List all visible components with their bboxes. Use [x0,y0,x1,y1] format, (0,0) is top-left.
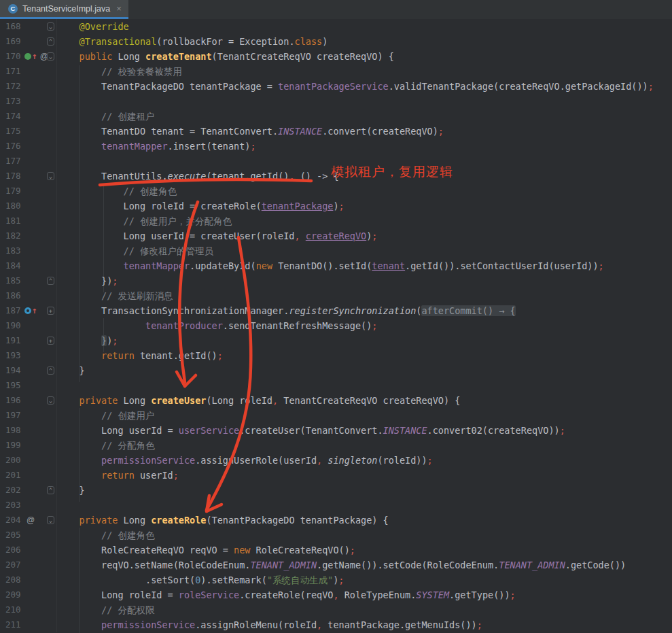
gutter[interactable]: 170↑@⌄ [0,49,57,64]
code-line[interactable]: 209 Long roleId = roleService.createRole… [0,587,672,602]
code-line-content[interactable]: private Long createUser(Long roleId, Ten… [57,393,460,408]
line-number[interactable]: 173 [5,94,21,109]
red-up-arrow-icon[interactable]: ↑ [32,49,37,64]
gutter[interactable]: 174 [0,109,57,124]
line-number[interactable]: 169 [5,34,21,49]
code-line-content[interactable]: Long roleId = createRole(tenantPackage); [57,199,344,213]
code-line[interactable]: 190 tenantProducer.sendTenantRefreshMess… [0,318,672,333]
line-number[interactable]: 205 [5,528,21,543]
gutter[interactable]: 184 [0,258,57,273]
line-number[interactable]: 209 [5,587,21,602]
gutter[interactable]: 173 [0,94,57,109]
line-number[interactable]: 187 [5,303,21,318]
code-line[interactable]: 200 permissionService.assignUserRole(use… [0,453,672,468]
code-line-content[interactable]: } [57,363,85,378]
code-line-content[interactable]: tenantMapper.insert(tenant); [57,139,256,154]
fold-marker-icon[interactable]: ⌃ [47,366,54,375]
code-line-content[interactable]: // 创建用户 [57,408,154,423]
gutter[interactable]: 180 [0,199,57,213]
code-line[interactable]: 194⌃ } [0,363,672,378]
code-line[interactable]: 206 RoleCreateReqVO reqVO = new RoleCrea… [0,543,672,558]
line-number[interactable]: 177 [5,154,21,169]
gutter[interactable]: 169⌃ [0,34,57,49]
line-number[interactable]: 176 [5,139,21,154]
gutter[interactable]: 195 [0,378,57,393]
code-line[interactable]: 186 // 发送刷新消息 [0,288,672,303]
code-line-content[interactable]: private Long createRole(TenantPackageDO … [57,513,389,528]
code-line[interactable]: 211 permissionService.assignRoleMenu(rol… [0,617,672,632]
code-line-content[interactable]: // 分配权限 [57,602,154,617]
fold-marker-icon[interactable]: ⌄ [47,396,54,405]
code-line-content[interactable]: reqVO.setName(RoleCodeEnum.TENANT_ADMIN.… [57,558,626,572]
code-line-content[interactable]: return userId; [57,468,179,483]
code-line[interactable]: 203 [0,498,672,513]
gutter[interactable]: 187↑+ [0,303,57,318]
code-line-content[interactable]: permissionService.assignRoleMenu(roleId,… [57,617,482,632]
code-line-content[interactable]: @Transactional(rollbackFor = Exception.c… [57,34,328,49]
green-circle-icon[interactable] [24,53,31,60]
code-line[interactable]: 176 tenantMapper.insert(tenant); [0,139,672,154]
line-number[interactable]: 182 [5,228,21,243]
code-line[interactable]: 193 return tenant.getId(); [0,348,672,363]
code-line[interactable]: 182 Long userId = createUser(roleId, cre… [0,228,672,243]
code-editor[interactable]: 168⌄ @Override169⌃ @Transactional(rollba… [0,19,672,633]
gutter[interactable]: 172 [0,79,57,94]
line-number[interactable]: 203 [5,498,21,513]
code-line[interactable]: 179 // 创建角色 [0,184,672,199]
gutter[interactable]: 206 [0,543,57,558]
line-number[interactable]: 179 [5,184,21,199]
line-number[interactable]: 202 [5,483,21,498]
code-line[interactable]: 205 // 创建角色 [0,528,672,543]
code-line-content[interactable]: permissionService.assignUserRole(userId,… [57,453,433,468]
line-number[interactable]: 185 [5,273,21,288]
line-number[interactable]: 170 [5,49,21,64]
code-line-content[interactable]: TransactionSynchronizationManager.regist… [57,303,516,318]
line-number[interactable]: 194 [5,363,21,378]
code-line[interactable]: 185⌃ }); [0,273,672,288]
code-line-content[interactable]: // 分配角色 [57,438,154,453]
code-line-content[interactable]: Long userId = userService.createUser(Ten… [57,423,565,438]
code-line-content[interactable]: tenantProducer.sendTenantRefreshMessage(… [57,318,377,333]
line-number[interactable]: 180 [5,199,21,213]
line-number[interactable]: 183 [5,243,21,258]
code-line[interactable]: 180 Long roleId = createRole(tenantPacka… [0,199,672,213]
code-line[interactable]: 195 [0,378,672,393]
line-number[interactable]: 204 [5,513,21,528]
line-number[interactable]: 199 [5,438,21,453]
code-line[interactable]: 174 // 创建租户 [0,109,672,124]
fold-marker-icon[interactable]: + [47,307,54,315]
gutter[interactable]: 175 [0,124,57,139]
line-number[interactable]: 171 [5,64,21,79]
gutter[interactable]: 183 [0,243,57,258]
code-line-content[interactable]: }); [57,333,118,348]
gutter[interactable]: 197 [0,408,57,423]
line-number[interactable]: 197 [5,408,21,423]
line-number[interactable]: 193 [5,348,21,363]
code-line[interactable]: 172 TenantPackageDO tenantPackage = tena… [0,79,672,94]
code-line[interactable]: 181 // 创建用户，并分配角色 [0,213,672,228]
code-line-content[interactable]: // 修改租户的管理员 [57,243,213,258]
code-line[interactable]: 199 // 分配角色 [0,438,672,453]
gutter[interactable]: 209 [0,587,57,602]
fold-marker-icon[interactable]: ⌄ [47,172,54,180]
code-line-content[interactable]: Long roleId = roleService.createRole(req… [57,587,516,602]
fold-marker-icon[interactable]: + [47,337,54,345]
line-number[interactable]: 195 [5,378,21,393]
gutter[interactable]: 198 [0,423,57,438]
gutter[interactable]: 207 [0,558,57,572]
line-number[interactable]: 196 [5,393,21,408]
gutter[interactable]: 179 [0,184,57,199]
code-line[interactable]: 196⌄ private Long createUser(Long roleId… [0,393,672,408]
gutter[interactable]: 181 [0,213,57,228]
line-number[interactable]: 168 [5,19,21,34]
code-line[interactable]: 178⌄ TenantUtils.execute(tenant.getId(),… [0,169,672,184]
code-line[interactable]: 183 // 修改租户的管理员 [0,243,672,258]
code-line[interactable]: 187↑+ TransactionSynchronizationManager.… [0,303,672,318]
line-number[interactable]: 190 [5,318,21,333]
fold-marker-icon[interactable]: ⌄ [47,516,54,524]
line-number[interactable]: 207 [5,558,21,572]
tab-tenantserviceimpl[interactable]: C TenantServiceImpl.java × [0,0,128,19]
gutter[interactable]: 200 [0,453,57,468]
gutter[interactable]: 194⌃ [0,363,57,378]
code-line-content[interactable]: public Long createTenant(TenantCreateReq… [57,49,394,64]
